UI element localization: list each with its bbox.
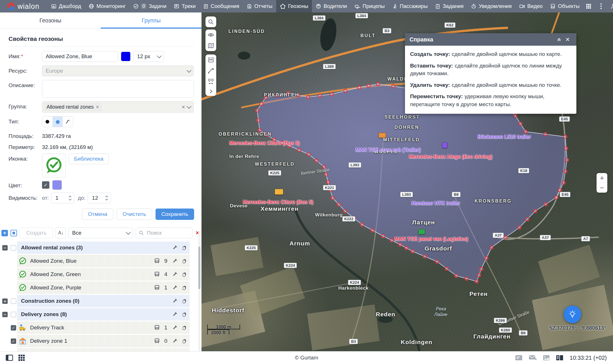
zone-group-header[interactable]: − Delivery zones (8) <box>0 308 201 321</box>
map-canvas[interactable]: LINDEN-SÜDBULTWALDHEIMРИКЛИНГЕНSEELHORST… <box>201 12 613 352</box>
collapse-popup-icon[interactable] <box>555 35 563 44</box>
bottom-grid-button[interactable] <box>18 354 25 361</box>
geofence-vertex-handle[interactable] <box>390 239 393 242</box>
expand-tools-button[interactable] <box>205 87 216 96</box>
zone-group-header[interactable]: − Allowed rental zones (3) <box>0 241 201 254</box>
geofence-vertex-handle[interactable] <box>564 170 567 173</box>
group-clear-icon[interactable]: × <box>179 104 187 110</box>
zone-row[interactable]: Allowed Zone, Purple 1 <box>0 281 201 294</box>
library-button[interactable]: Библиотека <box>69 153 109 164</box>
geofence-vertex-handle[interactable] <box>257 119 260 122</box>
bus-unit-marker[interactable] <box>275 189 283 195</box>
geofence-vertex-handle[interactable] <box>280 141 284 144</box>
geofence-vertex-handle[interactable] <box>272 138 276 141</box>
nav-item-assignments[interactable]: Задания <box>431 0 467 12</box>
edit-zone-icon[interactable] <box>173 339 178 344</box>
edit-zone-icon[interactable] <box>173 272 178 277</box>
geofence-vertex-handle[interactable] <box>504 236 507 239</box>
group-checkbox[interactable] <box>11 298 16 304</box>
edit-group-icon[interactable] <box>173 299 178 304</box>
visibility-to-stepper[interactable]: 12 <box>88 193 111 203</box>
line-color-swatch[interactable] <box>121 52 131 61</box>
nav-item-video[interactable]: Видео <box>515 0 546 12</box>
list-scrollbar[interactable] <box>198 231 200 352</box>
geofence-vertex-handle[interactable] <box>344 89 347 92</box>
geofence-vertex-handle[interactable] <box>258 129 261 132</box>
nav-item-geofences[interactable]: Геозоны <box>276 0 312 12</box>
trailer-unit-marker[interactable] <box>442 142 447 148</box>
edit-zone-icon[interactable] <box>173 285 178 290</box>
van-unit-marker[interactable] <box>379 133 386 138</box>
geofence-vertex-handle[interactable] <box>544 203 547 206</box>
list-filter-select[interactable]: Все <box>68 228 133 238</box>
geofence-vertex-handle[interactable] <box>524 130 527 133</box>
name-input[interactable] <box>42 51 118 62</box>
geofence-vertex-handle[interactable] <box>297 93 300 97</box>
geofence-vertex-handle[interactable] <box>405 246 408 250</box>
geofence-vertex-handle[interactable] <box>555 196 558 199</box>
line-width-select[interactable]: 12 px <box>133 51 164 62</box>
scrollbar-thumb[interactable] <box>198 247 200 289</box>
geofence-vertex-handle[interactable] <box>297 148 301 152</box>
zone-group-header[interactable]: + Construction zones (0) <box>0 295 201 307</box>
zone-row[interactable]: ✓ Delivery zone 1 0 <box>0 335 201 347</box>
geofence-vertex-handle[interactable] <box>519 122 522 125</box>
geofence-vertex-handle[interactable] <box>477 273 481 277</box>
type-line-button[interactable] <box>63 117 73 127</box>
geofence-vertex-handle[interactable] <box>381 234 385 238</box>
edit-group-icon[interactable] <box>173 312 178 317</box>
geofence-vertex-handle[interactable] <box>343 209 347 213</box>
geofence-vertex-handle[interactable] <box>260 102 263 106</box>
group-checkbox[interactable] <box>11 245 16 251</box>
geofence-vertex-handle[interactable] <box>360 223 364 226</box>
nav-item-units[interactable]: Объекты <box>546 0 583 12</box>
geofence-vertex-handle[interactable] <box>330 92 333 96</box>
nav-item-passengers[interactable]: Пассажиры <box>389 0 432 12</box>
geofence-vertex-handle[interactable] <box>331 196 334 200</box>
nav-item-drivers[interactable]: Водители <box>312 0 350 12</box>
geofence-vertex-handle[interactable] <box>322 165 326 169</box>
geofence-vertex-handle[interactable] <box>376 82 380 86</box>
cancel-button[interactable]: Отмена <box>82 209 113 220</box>
zone-visibility-checkbox[interactable]: ✓ <box>11 325 16 331</box>
toggle-panel-button[interactable] <box>6 355 13 361</box>
copy-group-icon[interactable] <box>182 299 187 304</box>
nav-item-messages[interactable]: Сообщения <box>200 0 243 12</box>
nav-item-tracks[interactable]: Треки <box>170 0 199 12</box>
zoom-out-button[interactable]: − <box>597 183 607 193</box>
geofence-vertex-handle[interactable] <box>565 158 569 162</box>
expand-group-toggle[interactable]: + <box>2 298 8 304</box>
map-search-button[interactable] <box>205 16 216 27</box>
geofence-vertex-handle[interactable] <box>445 267 448 270</box>
geofence-vertex-handle[interactable] <box>564 147 568 150</box>
geofence-vertex-handle[interactable] <box>255 109 259 112</box>
geofence-vertex-handle[interactable] <box>352 216 355 220</box>
geofence-vertex-handle[interactable] <box>564 135 567 138</box>
geofence-vertex-handle[interactable] <box>423 255 427 258</box>
zone-color-swatch[interactable] <box>52 180 62 190</box>
media-button[interactable] <box>543 355 550 361</box>
zone-row[interactable]: ✓ Delivery Track 1 <box>0 321 201 334</box>
geofence-vertex-handle[interactable] <box>435 260 439 263</box>
edit-group-icon[interactable] <box>173 245 178 250</box>
geofence-vertex-handle[interactable] <box>324 173 328 176</box>
nav-item-dashboard[interactable]: Дашборд <box>47 0 85 12</box>
geofence-vertex-handle[interactable] <box>558 188 562 192</box>
geofence-vertex-handle[interactable] <box>337 203 341 206</box>
geofence-vertex-handle[interactable] <box>358 86 361 89</box>
geofence-vertex-handle[interactable] <box>475 280 478 283</box>
nav-item-notifications[interactable]: Уведомления <box>467 0 515 12</box>
more-menu-button[interactable] <box>596 0 606 12</box>
create-zone-button[interactable]: Создать <box>20 228 53 238</box>
geofence-vertex-handle[interactable] <box>275 94 279 97</box>
zoom-in-button[interactable]: + <box>597 173 607 183</box>
layout-button[interactable] <box>556 355 563 361</box>
clear-button[interactable]: Очистить <box>117 209 152 220</box>
copy-zone-icon[interactable] <box>182 285 187 290</box>
copy-group-icon[interactable] <box>182 312 187 317</box>
geofence-vertex-handle[interactable] <box>392 85 395 88</box>
nav-item-reports[interactable]: Отчеты <box>243 0 276 12</box>
zone-row[interactable]: Allowed Zone, Green 4 <box>0 268 201 281</box>
geofence-vertex-handle[interactable] <box>480 267 483 271</box>
geofence-vertex-handle[interactable] <box>490 246 493 249</box>
